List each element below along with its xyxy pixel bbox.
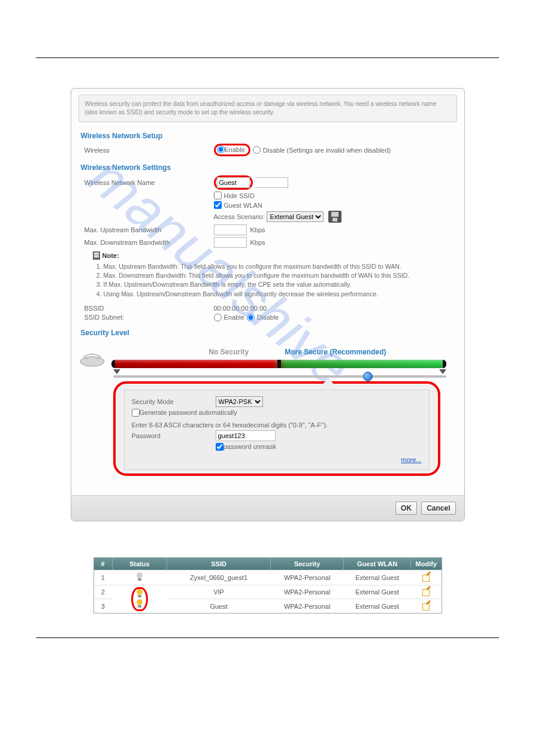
- col-number: #: [94, 558, 113, 570]
- ssid-subnet-enable-label: Enable: [224, 314, 244, 321]
- page-rule-top: [36, 57, 499, 58]
- network-name-input-ext[interactable]: [255, 177, 288, 188]
- generate-password-checkbox[interactable]: [132, 409, 140, 417]
- intro-text: Wireless security can protect the data f…: [78, 95, 457, 122]
- note-item: Using Max. Upstream/Downstream Bandwidth…: [104, 290, 455, 299]
- note-heading: Note:: [93, 251, 455, 260]
- dialog-button-bar: OK Cancel: [71, 495, 464, 521]
- marker-icon: [113, 369, 120, 374]
- note-item: Max. Downstream Bandwidth: This field al…: [104, 271, 455, 280]
- max-upstream-label: Max. Upstream Bandwidth: [81, 226, 214, 233]
- ssid-table-wrap: # Status SSID Security Guest WLAN Modify…: [93, 557, 442, 614]
- cancel-button[interactable]: Cancel: [421, 502, 455, 515]
- annotation-security-box: Security Mode WPA2-PSK Generate password…: [113, 381, 440, 476]
- ssid-subnet-label: SSID Subnet:: [81, 314, 214, 321]
- edit-icon[interactable]: [422, 573, 430, 581]
- ok-button[interactable]: OK: [395, 502, 417, 515]
- edit-icon[interactable]: [422, 587, 430, 596]
- max-downstream-label: Max. Downstream Bandwidth: [81, 239, 214, 246]
- wireless-label: Wireless: [81, 147, 214, 154]
- no-security-label: No Security: [208, 348, 249, 356]
- col-modify: Modify: [411, 558, 442, 570]
- cell-security: WPA2-Personal: [271, 570, 344, 585]
- cell-guest: External Guest: [344, 599, 411, 613]
- kbps-unit-up: Kbps: [250, 226, 265, 233]
- password-unmask-checkbox[interactable]: [216, 443, 223, 451]
- cell-number: 2: [94, 585, 113, 599]
- ssid-subnet-disable-radio[interactable]: [247, 314, 255, 321]
- page-rule-bottom: [36, 637, 499, 638]
- network-name-label: Wireless Network Name: [81, 179, 214, 186]
- wireless-config-panel: manualshive.com Wireless security can pr…: [71, 88, 465, 521]
- section-title-setup: Wireless Network Setup: [81, 132, 455, 140]
- cell-ssid: Guest: [167, 599, 271, 613]
- security-mode-select[interactable]: WPA2-PSK: [216, 396, 263, 407]
- guest-wlan-label: Guest WLAN: [224, 202, 262, 209]
- bulb-icon[interactable]: [136, 599, 143, 609]
- annotation-enable-circle: Enable: [214, 144, 250, 156]
- col-security: Security: [271, 558, 344, 570]
- more-secure-label: More Secure (Recommended): [285, 348, 386, 356]
- svg-point-0: [80, 357, 104, 366]
- cell-number: 3: [94, 599, 113, 613]
- guest-wlan-checkbox[interactable]: [214, 201, 222, 209]
- cell-number: 1: [94, 570, 113, 585]
- cell-security: WPA2-Personal: [271, 585, 344, 599]
- ssid-subnet-enable-radio[interactable]: [214, 314, 222, 321]
- cell-security: WPA2-Personal: [271, 599, 344, 613]
- edit-icon[interactable]: [422, 602, 430, 610]
- kbps-unit-down: Kbps: [250, 239, 265, 246]
- section-title-settings: Wireless Network Settings: [81, 163, 455, 172]
- password-input[interactable]: [216, 430, 276, 441]
- hide-ssid-checkbox[interactable]: [214, 192, 222, 199]
- enable-label: Enable: [225, 146, 245, 153]
- cell-ssid: Zyxel_0660_guest1: [167, 570, 271, 585]
- annotation-name-circle: [214, 175, 253, 190]
- ssid-subnet-disable-label: Disable: [257, 314, 279, 321]
- generate-password-label: Generate password automatically: [140, 409, 237, 416]
- network-name-input[interactable]: [217, 177, 250, 188]
- cell-guest: External Guest: [344, 585, 411, 599]
- table-row: 1 Zyxel_0660_guest1 WPA2-Personal Extern…: [94, 570, 442, 585]
- marker-icon: [439, 369, 446, 374]
- hide-ssid-label: Hide SSID: [224, 192, 255, 199]
- cell-ssid: VIP: [167, 585, 271, 599]
- col-ssid: SSID: [167, 558, 271, 570]
- security-slider-knob[interactable]: [363, 372, 373, 381]
- password-hint: Enter 8-63 ASCII characters or 64 hexade…: [132, 421, 422, 429]
- bssid-value: 00:00:00:00:00:00: [214, 305, 267, 312]
- note-item: Max. Upstream Bandwidth: This field allo…: [104, 262, 455, 271]
- cell-guest: External Guest: [344, 570, 411, 585]
- bssid-label: BSSID: [81, 305, 214, 312]
- max-upstream-input[interactable]: [214, 224, 247, 235]
- access-scenario-select[interactable]: External Guest: [267, 211, 324, 222]
- col-guest: Guest WLAN: [344, 558, 411, 570]
- security-bar: [112, 360, 446, 368]
- section-title-security: Security Level: [81, 329, 455, 337]
- more-link[interactable]: more...: [401, 456, 421, 463]
- security-mode-label: Security Mode: [132, 398, 216, 405]
- password-label: Password: [132, 432, 216, 439]
- security-level-area: No Security More Secure (Recommended) Se…: [78, 348, 457, 484]
- wireless-enable-radio[interactable]: [217, 145, 225, 153]
- router-icon: [78, 350, 106, 368]
- bulb-icon[interactable]: [136, 572, 143, 582]
- annotation-status-circle: [131, 587, 148, 611]
- col-status: Status: [112, 558, 167, 570]
- ssid-table: # Status SSID Security Guest WLAN Modify…: [94, 558, 442, 613]
- table-row: 2 VIP WPA2-Personal External Guest: [94, 585, 442, 599]
- access-scenario-label: Access Scenario:: [214, 213, 265, 220]
- bulb-icon[interactable]: [136, 589, 143, 599]
- note-item: If Max. Upstream/Downstream Bandwidth is…: [104, 280, 455, 289]
- wireless-disable-radio[interactable]: [253, 146, 261, 154]
- password-unmask-label: password unmask: [223, 443, 277, 450]
- disable-label: Disable (Settings are invalid when disab…: [263, 147, 391, 154]
- security-slider-rail: [113, 375, 446, 378]
- note-icon: [93, 251, 100, 260]
- save-icon[interactable]: [328, 211, 341, 223]
- max-downstream-input[interactable]: [214, 237, 247, 248]
- note-list: Max. Upstream Bandwidth: This field allo…: [81, 262, 455, 299]
